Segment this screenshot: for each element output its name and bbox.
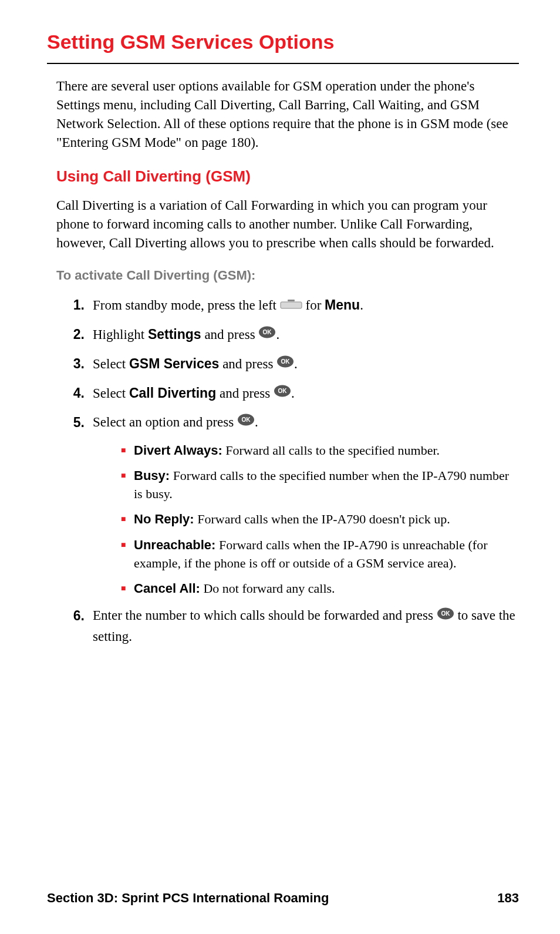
text: From standby mode, press the left bbox=[93, 298, 280, 313]
footer-page-number: 183 bbox=[497, 891, 519, 906]
ok-button-icon: OK bbox=[274, 383, 291, 404]
text: . bbox=[294, 357, 298, 371]
bullet-text: Cancel All: Do not forward any calls. bbox=[134, 579, 519, 597]
bold-text: Busy: bbox=[134, 468, 170, 483]
section-heading: Using Call Diverting (GSM) bbox=[56, 167, 519, 186]
text: . bbox=[255, 415, 258, 429]
bold-text: No Reply: bbox=[134, 512, 194, 526]
svg-rect-0 bbox=[281, 302, 302, 308]
bullet-marker-icon: ■ bbox=[121, 536, 134, 572]
footer-section: Section 3D: Sprint PCS International Roa… bbox=[47, 891, 329, 906]
bold-text: Cancel All: bbox=[134, 581, 200, 596]
page-heading: Setting GSM Services Options bbox=[47, 31, 519, 53]
step-number: 1. bbox=[66, 295, 93, 315]
text: and press bbox=[219, 357, 276, 371]
step-item: 2. Highlight Settings and press OK. bbox=[66, 324, 519, 346]
ok-button-icon: OK bbox=[237, 412, 255, 432]
step-item: 3. Select GSM Services and press OK. bbox=[66, 354, 519, 375]
step-text: Highlight Settings and press OK. bbox=[93, 324, 519, 346]
bullet-item: ■ Busy: Forward calls to the specified n… bbox=[121, 466, 519, 503]
bullet-item: ■ No Reply: Forward calls when the IP-A7… bbox=[121, 510, 519, 528]
bullet-text: Busy: Forward calls to the specified num… bbox=[134, 466, 519, 503]
text: . bbox=[276, 327, 279, 342]
svg-rect-1 bbox=[288, 300, 295, 301]
step-text: From standby mode, press the left for Me… bbox=[93, 295, 519, 317]
bold-text: Settings bbox=[148, 327, 201, 342]
step-item: 1. From standby mode, press the left for… bbox=[66, 295, 519, 317]
step-item: 5. Select an option and press OK. bbox=[66, 412, 519, 434]
section-paragraph: Call Diverting is a variation of Call Fo… bbox=[56, 196, 519, 253]
bullet-text: Divert Always: Forward all calls to the … bbox=[134, 441, 519, 459]
text: Enter the number to which calls should b… bbox=[93, 608, 437, 623]
text: . bbox=[360, 298, 363, 313]
bullet-item: ■ Unreachable: Forward calls when the IP… bbox=[121, 536, 519, 572]
bullet-marker-icon: ■ bbox=[121, 466, 134, 503]
bold-text: Unreachable: bbox=[134, 537, 215, 552]
bold-text: GSM Services bbox=[129, 356, 219, 371]
softkey-icon bbox=[280, 295, 302, 315]
intro-paragraph: There are several user options available… bbox=[56, 77, 519, 152]
bullet-marker-icon: ■ bbox=[121, 579, 134, 597]
ok-button-icon: OK bbox=[258, 324, 276, 345]
text: Do not forward any calls. bbox=[200, 581, 335, 596]
step-text: Enter the number to which calls should b… bbox=[93, 606, 519, 647]
text: Select an option and press bbox=[93, 415, 237, 429]
step-text: Select GSM Services and press OK. bbox=[93, 354, 519, 375]
step-number: 6. bbox=[66, 606, 93, 626]
bullet-marker-icon: ■ bbox=[121, 510, 134, 528]
step-number: 3. bbox=[66, 354, 93, 374]
step-number: 4. bbox=[66, 383, 93, 404]
step-text: Select Call Diverting and press OK. bbox=[93, 383, 519, 405]
text: Forward calls to the specified number wh… bbox=[134, 468, 509, 501]
ok-button-icon: OK bbox=[276, 354, 294, 374]
step-number: 2. bbox=[66, 324, 93, 345]
bold-text: Call Diverting bbox=[129, 385, 216, 401]
bullet-text: Unreachable: Forward calls when the IP-A… bbox=[134, 536, 519, 572]
text: Select bbox=[93, 357, 129, 371]
text: . bbox=[291, 386, 295, 401]
bullet-item: ■ Divert Always: Forward all calls to th… bbox=[121, 441, 519, 459]
bold-text: Divert Always: bbox=[134, 443, 222, 458]
text: and press bbox=[216, 386, 274, 401]
text: and press bbox=[201, 327, 259, 342]
step-list: 1. From standby mode, press the left for… bbox=[66, 295, 519, 647]
svg-text:OK: OK bbox=[241, 416, 251, 423]
svg-text:OK: OK bbox=[281, 358, 291, 365]
procedure-heading: To activate Call Diverting (GSM): bbox=[56, 268, 519, 283]
bullet-marker-icon: ■ bbox=[121, 441, 134, 459]
page-footer: Section 3D: Sprint PCS International Roa… bbox=[47, 891, 519, 906]
svg-text:OK: OK bbox=[441, 610, 450, 617]
step-item: 6. Enter the number to which calls shoul… bbox=[66, 606, 519, 647]
svg-text:OK: OK bbox=[278, 388, 287, 394]
step-text: Select an option and press OK. bbox=[93, 412, 519, 434]
step-item: 4. Select Call Diverting and press OK. bbox=[66, 383, 519, 405]
text: Select bbox=[93, 386, 129, 401]
text: for bbox=[302, 298, 325, 313]
bullet-list: ■ Divert Always: Forward all calls to th… bbox=[121, 441, 519, 598]
bold-text: Menu bbox=[325, 297, 360, 313]
text: Forward calls when the IP-A790 doesn't p… bbox=[194, 512, 450, 526]
step-number: 5. bbox=[66, 412, 93, 433]
text: Forward all calls to the specified numbe… bbox=[222, 443, 440, 458]
text: Highlight bbox=[93, 327, 148, 342]
ok-button-icon: OK bbox=[437, 606, 454, 626]
bullet-text: No Reply: Forward calls when the IP-A790… bbox=[134, 510, 519, 528]
heading-rule bbox=[47, 63, 519, 64]
bullet-item: ■ Cancel All: Do not forward any calls. bbox=[121, 579, 519, 597]
svg-text:OK: OK bbox=[263, 329, 272, 335]
